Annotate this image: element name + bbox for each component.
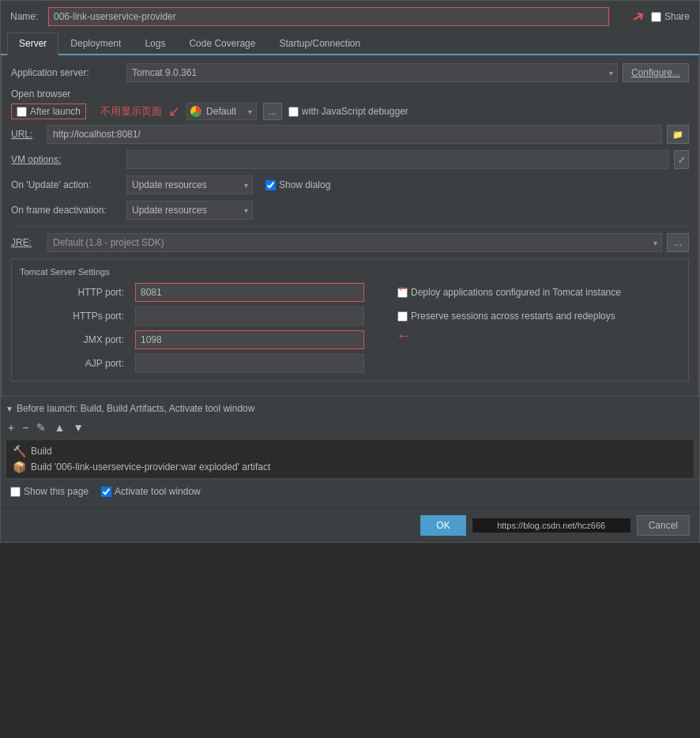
arrow-open-browser: ↙ <box>168 103 180 120</box>
jre-dots-button[interactable]: ... <box>667 233 689 252</box>
http-port-input[interactable] <box>135 283 364 302</box>
before-launch-label: Before launch: Build, Build Artifacts, A… <box>17 403 255 414</box>
on-update-select-wrapper: Update resources <box>126 175 253 194</box>
tab-deployment[interactable]: Deployment <box>58 32 133 55</box>
share-checkbox[interactable] <box>651 12 661 22</box>
activate-checkbox[interactable] <box>101 487 111 497</box>
app-server-row: Application server: Tomcat 9.0.361 Confi… <box>11 63 689 82</box>
activate-area: Activate tool window <box>101 486 201 497</box>
tomcat-settings-title: Tomcat Server Settings <box>20 267 680 277</box>
preserve-checkbox[interactable] <box>397 311 408 322</box>
https-port-label: HTTPs port: <box>20 311 130 322</box>
on-update-label: On 'Update' action: <box>11 179 122 190</box>
artifact-label: Build '006-link-userservice-provider:war… <box>31 461 270 473</box>
deploy-checkbox-area: Deploy applications configured in Tomcat… <box>397 287 680 298</box>
arrow-http-port: ← <box>396 279 412 297</box>
remove-button[interactable]: − <box>20 420 31 435</box>
action-buttons-row: OK https://blog.csdn.net/hcz666 Cancel <box>1 508 699 542</box>
show-page-checkbox[interactable] <box>10 487 21 497</box>
name-row: Name: ➜ Share <box>1 1 699 32</box>
jre-select-wrapper: Default (1.8 - project SDK) <box>47 233 662 252</box>
show-dialog-checkbox[interactable] <box>265 180 276 190</box>
divider <box>11 226 689 227</box>
artifact-icon: 📦 <box>13 461 26 473</box>
chinese-note: 不用显示页面 <box>100 104 162 119</box>
ajp-port-input[interactable] <box>135 354 364 373</box>
js-debugger-label: with JavaScript debugger <box>302 106 408 117</box>
on-frame-select[interactable]: Update resources <box>126 201 253 220</box>
tab-startup-connection[interactable]: Startup/Connection <box>267 32 372 55</box>
run-config-dialog: Name: ➜ Share Server Deployment Logs Cod… <box>0 0 700 543</box>
bottom-bar: Show this page Activate tool window <box>1 479 699 503</box>
vm-options-row: VM options: ⤢ <box>11 150 689 169</box>
open-browser-section: Open browser After launch 不用显示页面 ↙ Defau… <box>11 88 689 120</box>
show-page-area: Show this page <box>10 486 88 497</box>
http-port-label: HTTP port: <box>20 287 130 298</box>
url-input[interactable] <box>47 125 662 144</box>
preserve-label: Preserve sessions across restarts and re… <box>411 311 615 322</box>
browser-select[interactable]: Default <box>203 103 253 120</box>
browser-dots-button[interactable]: ... <box>263 103 282 120</box>
expand-button[interactable]: ⤢ <box>674 150 689 169</box>
tab-logs[interactable]: Logs <box>133 32 177 55</box>
activate-label: Activate tool window <box>115 486 201 497</box>
on-frame-select-wrapper: Update resources <box>126 201 253 220</box>
arrow-annotation: ➜ <box>627 5 649 28</box>
after-launch-area: After launch <box>11 104 86 119</box>
after-launch-checkbox[interactable] <box>17 107 27 117</box>
http-port-row: HTTP port: ← Deploy applications configu… <box>20 283 680 302</box>
triangle-icon: ▼ <box>6 405 13 413</box>
url-browse-button[interactable]: 📁 <box>667 125 689 144</box>
add-button[interactable]: + <box>6 420 17 435</box>
ok-button[interactable]: OK <box>420 515 465 536</box>
before-launch-section: ▼ Before launch: Build, Build Artifacts,… <box>1 397 699 508</box>
before-launch-title: ▼ Before launch: Build, Build Artifacts,… <box>1 401 699 416</box>
show-page-label: Show this page <box>24 486 88 497</box>
chrome-icon <box>190 106 201 117</box>
on-update-select[interactable]: Update resources <box>126 175 253 194</box>
app-server-label: Application server: <box>11 67 122 78</box>
name-input[interactable] <box>48 7 609 26</box>
jre-row: JRE: Default (1.8 - project SDK) ... <box>11 233 689 252</box>
browser-select-wrapper: Default <box>186 103 257 120</box>
tab-server[interactable]: Server <box>7 32 58 55</box>
arrow-jmx-port: ← <box>396 326 412 345</box>
move-down-button[interactable]: ▼ <box>70 420 86 435</box>
app-server-select-wrapper: Tomcat 9.0.361 <box>126 63 618 82</box>
jre-select[interactable]: Default (1.8 - project SDK) <box>47 233 662 252</box>
move-up-button[interactable]: ▲ <box>51 420 67 435</box>
launch-list: 🔨 Build 📦 Build '006-link-userservice-pr… <box>6 439 694 479</box>
jmx-port-label: JMX port: <box>20 334 130 345</box>
launch-item-build: 🔨 Build <box>9 443 691 459</box>
configure-button[interactable]: Configure... <box>623 63 689 82</box>
share-area: Share <box>651 11 690 22</box>
name-label: Name: <box>10 11 42 22</box>
jmx-port-input[interactable] <box>135 330 364 349</box>
tomcat-settings: Tomcat Server Settings HTTP port: ← Depl… <box>11 258 689 382</box>
vm-options-label: VM options: <box>11 154 122 165</box>
deploy-label: Deploy applications configured in Tomcat… <box>411 287 621 298</box>
edit-button[interactable]: ✎ <box>34 420 48 435</box>
build-label: Build <box>31 446 52 457</box>
watermark-url: https://blog.csdn.net/hcz666 <box>497 521 605 530</box>
cancel-button[interactable]: Cancel <box>637 515 690 536</box>
url-row: URL: 📁 <box>11 125 689 144</box>
app-server-select[interactable]: Tomcat 9.0.361 <box>126 63 618 82</box>
ajp-port-label: AJP port: <box>20 358 130 369</box>
url-label: URL: <box>11 129 43 140</box>
tabs-bar: Server Deployment Logs Code Coverage Sta… <box>1 32 699 55</box>
tab-code-coverage[interactable]: Code Coverage <box>177 32 267 55</box>
content-area: Application server: Tomcat 9.0.361 Confi… <box>1 55 699 397</box>
watermark: https://blog.csdn.net/hcz666 <box>472 518 630 533</box>
ajp-port-row: AJP port: <box>20 354 680 373</box>
js-debugger-checkbox[interactable] <box>288 107 299 117</box>
https-port-input[interactable] <box>135 307 364 326</box>
on-update-row: On 'Update' action: Update resources Sho… <box>11 175 689 194</box>
jmx-port-input-area: ← <box>135 330 364 349</box>
on-frame-label: On frame deactivation: <box>11 205 122 216</box>
https-port-row: HTTPs port: Preserve sessions across res… <box>20 307 680 326</box>
before-launch-toolbar: + − ✎ ▲ ▼ <box>1 419 699 436</box>
preserve-area: Preserve sessions across restarts and re… <box>397 311 680 322</box>
http-port-input-area: ← <box>135 283 364 302</box>
vm-options-input[interactable] <box>126 150 669 169</box>
